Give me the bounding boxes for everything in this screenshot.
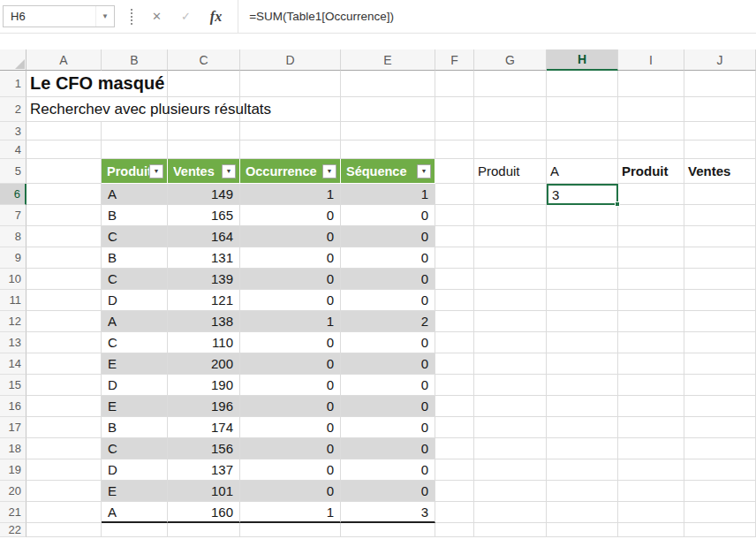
enter-icon[interactable]: ✓: [181, 10, 191, 23]
cell-B7[interactable]: B: [102, 205, 168, 226]
cell-D12[interactable]: 1: [240, 311, 341, 332]
formula-input[interactable]: =SUM(Table1[Occurrence]): [238, 0, 756, 33]
cell-E14[interactable]: 0: [341, 353, 435, 375]
row-header-6[interactable]: 6: [0, 184, 26, 205]
cell-G21[interactable]: [474, 502, 547, 523]
cell-J20[interactable]: [684, 481, 756, 502]
column-header-E[interactable]: E: [341, 49, 435, 71]
cell-A16[interactable]: [26, 396, 102, 417]
row-header-9[interactable]: 9: [0, 247, 26, 269]
cell-C12[interactable]: 138: [168, 311, 240, 332]
cell-D6[interactable]: 1: [240, 184, 341, 205]
cell-I22[interactable]: [618, 523, 684, 537]
cell-A2[interactable]: Recherchev avec plusieurs résultats: [26, 97, 102, 122]
cell-H22[interactable]: [547, 523, 618, 537]
cell-A21[interactable]: [26, 502, 102, 523]
cell-F16[interactable]: [435, 396, 474, 417]
cell-A6[interactable]: [26, 184, 102, 205]
cell-I19[interactable]: [618, 459, 684, 481]
cell-B9[interactable]: B: [102, 247, 168, 269]
cell-D13[interactable]: 0: [240, 332, 341, 353]
cell-E8[interactable]: 0: [341, 226, 435, 247]
cell-B3[interactable]: [102, 122, 168, 140]
cell-D11[interactable]: 0: [240, 290, 341, 311]
cell-B14[interactable]: E: [102, 353, 168, 375]
cell-D10[interactable]: 0: [240, 269, 341, 290]
cell-J12[interactable]: [684, 311, 756, 332]
cell-E6[interactable]: 1: [341, 184, 435, 205]
cell-B18[interactable]: C: [102, 438, 168, 459]
cell-H3[interactable]: [547, 122, 618, 140]
cell-I7[interactable]: [618, 205, 684, 226]
cell-E3[interactable]: [341, 122, 435, 140]
cell-C20[interactable]: 101: [168, 481, 240, 502]
row-header-4[interactable]: 4: [0, 140, 26, 159]
cell-I16[interactable]: [618, 396, 684, 417]
cell-E10[interactable]: 0: [341, 269, 435, 290]
cell-C6[interactable]: 149: [168, 184, 240, 205]
cell-H20[interactable]: [547, 481, 618, 502]
cell-H19[interactable]: [547, 459, 618, 481]
cell-I11[interactable]: [618, 290, 684, 311]
cell-D15[interactable]: 0: [240, 375, 341, 396]
filter-dropdown-icon[interactable]: ▼: [149, 164, 163, 178]
cell-H4[interactable]: [547, 140, 618, 159]
cell-H11[interactable]: [547, 290, 618, 311]
cell-C5[interactable]: Ventes▼: [168, 159, 240, 184]
cell-G13[interactable]: [474, 332, 547, 353]
cell-C7[interactable]: 165: [168, 205, 240, 226]
select-all-corner[interactable]: [0, 49, 26, 71]
cell-D18[interactable]: 0: [240, 438, 341, 459]
filter-dropdown-icon[interactable]: ▼: [417, 164, 431, 178]
cell-F7[interactable]: [435, 205, 474, 226]
cell-F2[interactable]: [435, 97, 474, 122]
cell-D19[interactable]: 0: [240, 459, 341, 481]
cell-A20[interactable]: [26, 481, 102, 502]
cell-E7[interactable]: 0: [341, 205, 435, 226]
cell-F13[interactable]: [435, 332, 474, 353]
cell-F12[interactable]: [435, 311, 474, 332]
cell-G10[interactable]: [474, 269, 547, 290]
cell-H18[interactable]: [547, 438, 618, 459]
cell-F11[interactable]: [435, 290, 474, 311]
cell-G18[interactable]: [474, 438, 547, 459]
cell-I21[interactable]: [618, 502, 684, 523]
cell-E13[interactable]: 0: [341, 332, 435, 353]
cell-G19[interactable]: [474, 459, 547, 481]
name-box-dropdown-icon[interactable]: ▼: [95, 6, 114, 27]
cell-B11[interactable]: D: [102, 290, 168, 311]
cell-G1[interactable]: [474, 71, 547, 97]
cell-E11[interactable]: 0: [341, 290, 435, 311]
cell-C13[interactable]: 110: [168, 332, 240, 353]
column-header-A[interactable]: A: [26, 49, 102, 71]
cell-G2[interactable]: [474, 97, 547, 122]
cell-I17[interactable]: [618, 417, 684, 438]
cell-B17[interactable]: B: [102, 417, 168, 438]
cell-D14[interactable]: 0: [240, 353, 341, 375]
column-header-C[interactable]: C: [168, 49, 240, 71]
row-header-20[interactable]: 20: [0, 481, 26, 502]
row-header-1[interactable]: 1: [0, 71, 26, 97]
cell-F14[interactable]: [435, 353, 474, 375]
cell-J19[interactable]: [684, 459, 756, 481]
cell-A3[interactable]: [26, 122, 102, 140]
cell-D20[interactable]: 0: [240, 481, 341, 502]
cell-E20[interactable]: 0: [341, 481, 435, 502]
cell-I18[interactable]: [618, 438, 684, 459]
cell-C18[interactable]: 156: [168, 438, 240, 459]
cell-E18[interactable]: 0: [341, 438, 435, 459]
column-header-H[interactable]: H: [547, 49, 618, 71]
cell-F21[interactable]: [435, 502, 474, 523]
fill-handle[interactable]: [615, 201, 620, 207]
cell-J13[interactable]: [684, 332, 756, 353]
filter-dropdown-icon[interactable]: ▼: [222, 164, 236, 178]
row-header-10[interactable]: 10: [0, 269, 26, 290]
column-header-J[interactable]: J: [684, 49, 756, 71]
cell-J9[interactable]: [684, 247, 756, 269]
cell-C22[interactable]: [168, 523, 240, 537]
cell-B13[interactable]: C: [102, 332, 168, 353]
cell-H17[interactable]: [547, 417, 618, 438]
row-header-22[interactable]: 22: [0, 523, 26, 537]
cell-G3[interactable]: [474, 122, 547, 140]
cell-J14[interactable]: [684, 353, 756, 375]
